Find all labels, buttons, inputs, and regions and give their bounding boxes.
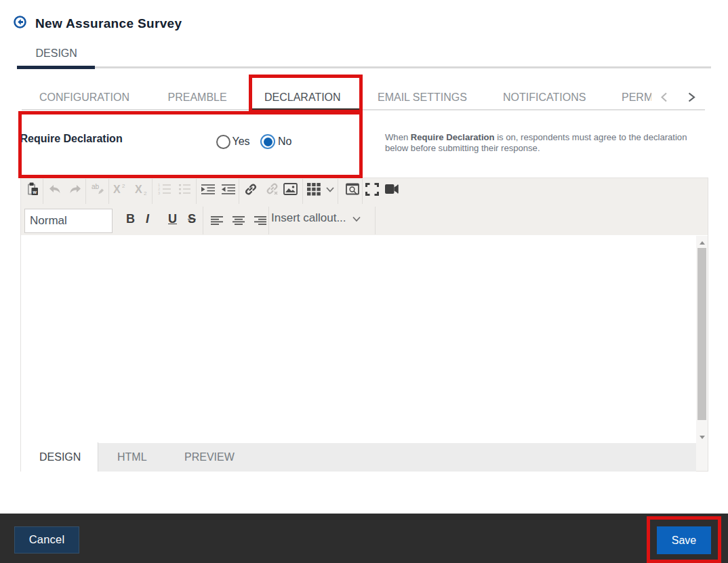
svg-text:X: X xyxy=(135,184,142,195)
svg-text:ab: ab xyxy=(92,183,100,190)
svg-text:3: 3 xyxy=(158,191,160,195)
svg-text:2: 2 xyxy=(122,183,125,189)
svg-text:w: w xyxy=(33,190,37,194)
svg-text:X: X xyxy=(113,184,121,195)
svg-text:2: 2 xyxy=(144,190,147,195)
